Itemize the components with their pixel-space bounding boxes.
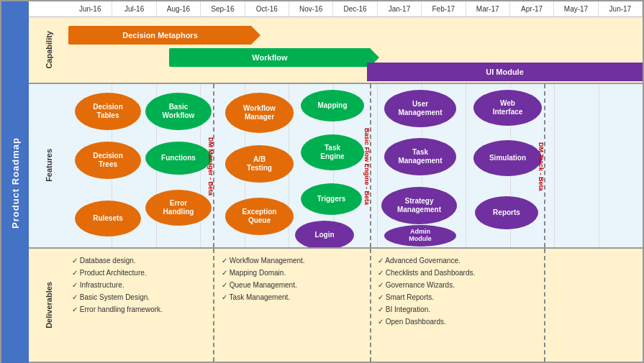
- oval-decision-trees: DecisionTrees: [75, 142, 141, 179]
- features-label: Features: [29, 84, 68, 247]
- deliverables-label: Deliverables: [29, 249, 68, 362]
- month-aug16: Aug-16: [157, 1, 201, 17]
- month-jun16: Jun-16: [68, 1, 112, 17]
- beta-label-2: Basic Flow Engine - Beta: [363, 95, 371, 239]
- oval-basic-workflow: BasicWorkflow: [145, 93, 212, 130]
- bar-decision-metaphors: Decision Metaphors: [68, 26, 252, 45]
- month-jan17: Jan-17: [378, 1, 422, 17]
- deliverables-col-3: ✓ Advanced Governance. ✓ Checklists and …: [378, 254, 540, 328]
- oval-error-handling: ErrorHandling: [145, 190, 212, 226]
- deliverables-col-1: ✓ Database design. ✓ Product Architectur…: [72, 254, 209, 316]
- capability-label: Capability: [29, 17, 68, 83]
- oval-simulation: Simulation: [473, 140, 542, 176]
- oval-reports: Reports: [475, 196, 538, 229]
- oval-triggers: Triggers: [301, 183, 362, 215]
- oval-mapping: Mapping: [301, 90, 364, 121]
- deliverables-col-2: ✓ Workflow Management. ✓ Mapping Domain.…: [222, 254, 366, 303]
- oval-task-engine: TaskEngine: [301, 134, 364, 170]
- oval-login: Login: [295, 221, 354, 249]
- oval-task-management: TaskManagement: [384, 138, 456, 175]
- month-jun17: Jun-17: [599, 1, 643, 17]
- capability-section: Capability Decision Metaphors Workflow U…: [29, 17, 643, 84]
- main-container: Product Roadmap Jun-16 Jul-16 Aug-16 Sep…: [0, 0, 644, 363]
- month-mar17: Mar-17: [466, 1, 510, 17]
- oval-admin-module: AdminModule: [384, 225, 456, 247]
- oval-functions: Functions: [145, 142, 212, 175]
- features-section: Features: [29, 84, 643, 249]
- product-roadmap-label: Product Roadmap: [10, 137, 21, 229]
- deliverables-section: Deliverables ✓ Database design. ✓ Produc…: [29, 249, 643, 362]
- oval-exception-queue: ExceptionQueue: [225, 198, 294, 235]
- months-header: Jun-16 Jul-16 Aug-16 Sep-16 Oct-16 Nov-1…: [29, 1, 643, 17]
- month-jul16: Jul-16: [112, 1, 156, 17]
- month-dec16: Dec-16: [333, 1, 377, 17]
- oval-strategy-management: StrategyManagement: [381, 187, 457, 224]
- left-labels: Product Roadmap: [1, 1, 29, 362]
- month-apr17: Apr-17: [510, 1, 554, 17]
- oval-user-management: UserManagement: [384, 90, 456, 127]
- month-nov16: Nov-16: [289, 1, 333, 17]
- bar-ui-module: UI Module: [367, 63, 643, 81]
- bar-workflow: Workflow: [169, 48, 371, 67]
- beta-label-1: DM Manager - Beta: [207, 95, 214, 239]
- month-sep16: Sep-16: [201, 1, 245, 17]
- month-oct16: Oct-16: [245, 1, 289, 17]
- month-may17: May-17: [554, 1, 598, 17]
- oval-ab-testing: A/BTesting: [225, 145, 294, 183]
- oval-rulesets: Rulesets: [75, 201, 141, 236]
- oval-workflow-manager: WorkflowManager: [225, 93, 294, 133]
- oval-web-interface: WebInterface: [473, 90, 542, 126]
- month-feb17: Feb-17: [422, 1, 466, 17]
- beta-label-3: DM Track - Beta: [538, 95, 545, 239]
- oval-decision-tables: DecisionTables: [75, 93, 141, 130]
